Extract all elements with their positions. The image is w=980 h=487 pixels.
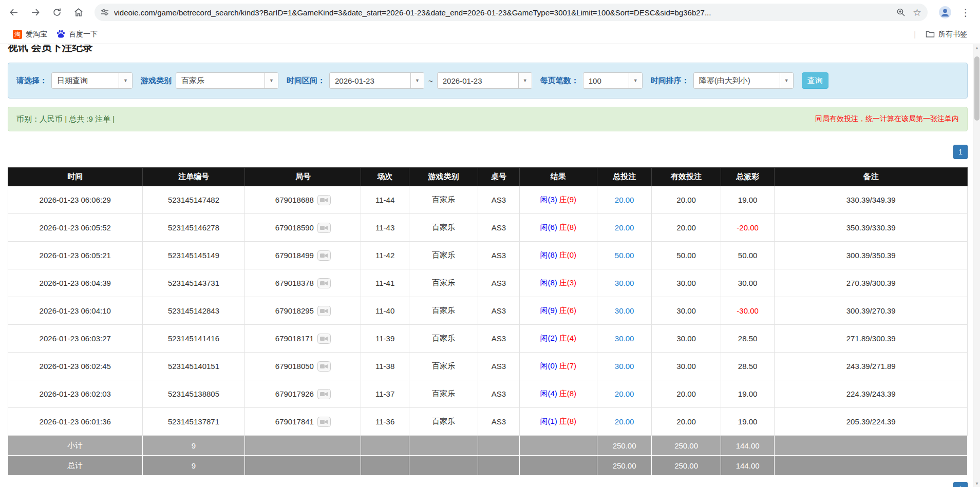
all-bookmarks-button[interactable]: 所有书签 xyxy=(921,28,972,41)
chevron-down-icon[interactable]: ▼ xyxy=(119,73,132,88)
scroll-down-icon[interactable]: ▼ xyxy=(973,480,980,487)
video-replay-icon[interactable] xyxy=(317,417,331,427)
cell-note: 243.39/271.89 xyxy=(775,353,968,380)
url-text[interactable]: videoie.com/game/betrecord_search/kind3?… xyxy=(114,8,891,17)
page-1-button[interactable]: 1 xyxy=(953,145,968,159)
bet-records-table: 时间 注单编号 局号 场次 游戏类别 桌号 结果 总投注 有效投注 总派彩 备注… xyxy=(8,167,968,476)
per-page-label: 每页笔数： xyxy=(540,76,579,86)
cell-note: 224.39/243.39 xyxy=(775,380,968,408)
scroll-up-icon[interactable]: ▲ xyxy=(973,44,980,51)
round-number: 679017926 xyxy=(275,389,314,398)
cell-game: 百家乐 xyxy=(409,380,478,408)
video-replay-icon[interactable] xyxy=(317,223,331,233)
cell-total-bet: 20.00 xyxy=(597,214,651,242)
forward-icon[interactable] xyxy=(25,2,46,23)
video-replay-icon[interactable] xyxy=(317,389,331,399)
cell-time: 2026-01-23 06:02:03 xyxy=(8,380,143,408)
cell-bet-id: 523145138805 xyxy=(142,380,245,408)
video-replay-icon[interactable] xyxy=(317,278,331,288)
result-player: 闲(8) xyxy=(540,278,557,287)
cell-result: 闲(4)庄(8) xyxy=(519,380,597,408)
cell-payout: 30.00 xyxy=(721,269,775,297)
query-type-select[interactable]: 日期查询 ▼ xyxy=(51,72,133,89)
page-scrollbar[interactable]: ▲ ▼ xyxy=(973,44,980,487)
cell-game: 百家乐 xyxy=(409,214,478,242)
chevron-down-icon[interactable]: ▼ xyxy=(518,73,532,88)
chevron-down-icon[interactable]: ▼ xyxy=(265,73,278,88)
site-settings-icon[interactable] xyxy=(101,8,109,16)
result-player: 闲(2) xyxy=(540,334,557,342)
date-end-input[interactable]: 2026-01-23 ▼ xyxy=(437,72,532,89)
refresh-icon[interactable] xyxy=(46,2,68,23)
url-bar[interactable]: videoie.com/game/betrecord_search/kind3?… xyxy=(95,4,928,21)
cell-table: AS3 xyxy=(478,186,519,214)
col-header-time: 时间 xyxy=(8,168,143,186)
home-icon[interactable] xyxy=(68,2,89,23)
cell-game: 百家乐 xyxy=(409,408,478,436)
result-player: 闲(1) xyxy=(540,417,557,425)
subtotal-empty-cell xyxy=(519,436,597,456)
cell-valid-bet: 20.00 xyxy=(652,214,721,242)
round-number: 679018499 xyxy=(275,251,314,260)
total-empty-cell xyxy=(519,456,597,476)
sort-order-label: 时间排序： xyxy=(651,76,689,86)
cell-note: 205.39/224.39 xyxy=(775,408,968,436)
cell-result: 闲(8)庄(0) xyxy=(519,242,597,269)
cell-total-bet: 30.00 xyxy=(597,297,651,325)
per-page-select[interactable]: 100 ▼ xyxy=(583,72,643,89)
cell-round: 679018171 xyxy=(245,325,361,353)
subtotal-empty-cell xyxy=(409,436,478,456)
cell-time: 2026-01-23 06:01:36 xyxy=(8,408,143,436)
video-replay-icon[interactable] xyxy=(317,250,331,261)
total-empty-cell xyxy=(775,456,968,476)
cell-valid-bet: 50.00 xyxy=(652,242,721,269)
bookmark-baidu[interactable]: 百度一下 xyxy=(52,28,102,41)
profile-icon[interactable] xyxy=(935,2,955,23)
result-player: 闲(3) xyxy=(540,195,557,204)
menu-icon[interactable]: ⋮ xyxy=(955,7,976,18)
table-row: 2026-01-23 06:06:29 523145147482 6790186… xyxy=(8,186,968,214)
video-replay-icon[interactable] xyxy=(317,195,331,205)
col-header-payout: 总派彩 xyxy=(721,168,775,186)
chevron-down-icon[interactable]: ▼ xyxy=(410,73,424,88)
select-type-label: 请选择： xyxy=(16,76,47,86)
sort-order-select[interactable]: 降幂(由大到小) ▼ xyxy=(693,72,794,89)
cell-game: 百家乐 xyxy=(409,325,478,353)
total-label: 总计 xyxy=(8,456,143,476)
bookmark-taobao[interactable]: 淘 爱淘宝 xyxy=(8,28,52,41)
cell-round: 679018688 xyxy=(245,186,361,214)
table-row: 2026-01-23 06:01:36 523145137871 6790178… xyxy=(8,408,968,436)
scrollbar-thumb[interactable] xyxy=(974,56,979,121)
cell-session: 11-44 xyxy=(361,186,409,214)
search-button[interactable]: 查询 xyxy=(802,72,828,89)
cell-result: 闲(9)庄(6) xyxy=(519,297,597,325)
zoom-icon[interactable] xyxy=(896,8,906,17)
cell-total-bet: 50.00 xyxy=(597,242,651,269)
cell-round: 679018378 xyxy=(245,269,361,297)
video-replay-icon[interactable] xyxy=(317,306,331,316)
bookmark-star-icon[interactable]: ☆ xyxy=(913,8,921,17)
browser-toolbar: videoie.com/game/betrecord_search/kind3?… xyxy=(0,0,980,25)
chevron-down-icon[interactable]: ▼ xyxy=(780,73,793,88)
cell-result: 闲(3)庄(9) xyxy=(519,186,597,214)
cell-session: 11-36 xyxy=(361,408,409,436)
chevron-down-icon[interactable]: ▼ xyxy=(629,73,642,88)
cell-bet-id: 523145147482 xyxy=(142,186,245,214)
result-player: 闲(6) xyxy=(540,223,557,231)
cell-note: 270.39/300.39 xyxy=(775,269,968,297)
cell-result: 闲(1)庄(8) xyxy=(519,408,597,436)
summary-bar: 币别：人民币 | 总共 :9 注单 | 同局有效投注，统一计算在该局第一张注单内 xyxy=(8,107,968,131)
back-icon[interactable] xyxy=(3,2,25,23)
cell-payout: 19.00 xyxy=(721,408,775,436)
cell-round: 679017926 xyxy=(245,380,361,408)
cell-payout: 28.50 xyxy=(721,353,775,380)
video-replay-icon[interactable] xyxy=(317,361,331,372)
cell-round: 679018590 xyxy=(245,214,361,242)
video-replay-icon[interactable] xyxy=(317,334,331,344)
date-start-input[interactable]: 2026-01-23 ▼ xyxy=(329,72,424,89)
cell-session: 11-42 xyxy=(361,242,409,269)
cell-note: 300.39/350.39 xyxy=(775,242,968,269)
page-1-button[interactable]: 1 xyxy=(953,482,968,487)
result-banker: 庄(4) xyxy=(559,334,576,342)
game-type-select[interactable]: 百家乐 ▼ xyxy=(176,72,278,89)
